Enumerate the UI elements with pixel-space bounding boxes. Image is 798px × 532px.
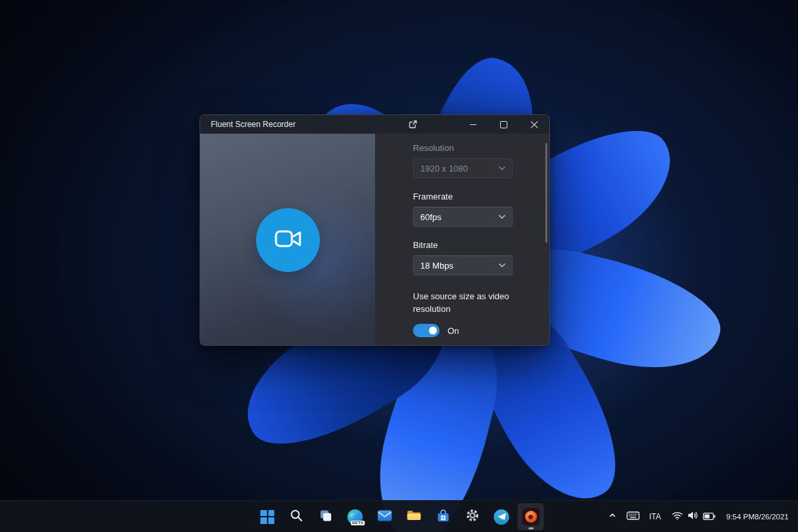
gear-icon xyxy=(465,508,479,525)
folder-icon xyxy=(406,509,421,524)
compact-overlay-icon xyxy=(408,120,418,129)
chevron-down-icon xyxy=(499,166,505,170)
close-icon xyxy=(531,121,538,128)
resolution-label: Resolution xyxy=(413,143,536,153)
chevron-down-icon xyxy=(499,263,505,267)
wifi-icon xyxy=(672,511,683,523)
taskbar: BETA xyxy=(0,500,798,532)
clock-time: 9:54 PM xyxy=(726,512,755,522)
clock-date: 8/26/2021 xyxy=(755,512,789,522)
fluent-screen-recorder-taskbar-button[interactable] xyxy=(518,503,544,530)
edge-browser-icon: BETA xyxy=(348,509,363,525)
framerate-value: 60fps xyxy=(420,212,442,222)
record-button[interactable] xyxy=(256,208,320,272)
maximize-icon xyxy=(500,121,507,128)
clock[interactable]: 9:54 PM 8/26/2021 xyxy=(722,505,794,529)
maximize-button[interactable] xyxy=(488,115,519,134)
scrollbar-thumb[interactable] xyxy=(545,143,547,243)
windows-logo-icon xyxy=(261,510,275,524)
mail-app-button[interactable] xyxy=(372,503,398,530)
toggle-state-label: On xyxy=(448,326,459,336)
source-size-label: Use source size as video resolution xyxy=(413,290,521,315)
source-size-toggle[interactable] xyxy=(413,324,440,337)
desktop: Fluent Screen Recorder xyxy=(0,0,798,532)
minimize-button[interactable] xyxy=(458,115,488,134)
search-button[interactable] xyxy=(284,503,310,530)
chevron-up-icon xyxy=(608,511,617,523)
telegram-button[interactable] xyxy=(489,503,515,530)
toggle-knob xyxy=(429,327,437,334)
search-icon xyxy=(290,509,304,525)
task-view-icon xyxy=(319,509,333,525)
system-tray: ITA xyxy=(604,501,794,532)
settings-button[interactable] xyxy=(460,503,485,530)
bitrate-value: 18 Mbps xyxy=(420,261,454,271)
task-view-button[interactable] xyxy=(313,503,339,530)
compact-overlay-button[interactable] xyxy=(398,115,428,134)
taskbar-center-icons: BETA xyxy=(255,501,544,532)
start-button[interactable] xyxy=(255,503,281,530)
source-size-toggle-row: On xyxy=(413,324,536,337)
framerate-dropdown[interactable]: 60fps xyxy=(413,207,513,227)
screen-recorder-icon xyxy=(522,508,539,525)
settings-scrollbar[interactable] xyxy=(544,138,548,342)
microsoft-store-button[interactable] xyxy=(430,503,456,530)
minimize-icon xyxy=(469,121,477,128)
language-indicator[interactable]: ITA xyxy=(645,505,665,529)
window-title: Fluent Screen Recorder xyxy=(200,120,295,129)
fluent-screen-recorder-window: Fluent Screen Recorder xyxy=(200,114,550,346)
settings-pane: Resolution 1920 x 1080 Framerate 60fps B… xyxy=(375,134,549,346)
keyboard-icon xyxy=(626,511,640,523)
resolution-value: 1920 x 1080 xyxy=(420,164,468,174)
video-camera-icon xyxy=(273,224,303,255)
volume-icon xyxy=(688,511,698,523)
battery-icon xyxy=(703,511,716,523)
quick-settings-button[interactable] xyxy=(666,505,721,529)
edge-browser-button[interactable]: BETA xyxy=(342,503,368,530)
chevron-down-icon xyxy=(499,215,505,219)
store-icon xyxy=(436,509,450,525)
resolution-dropdown: 1920 x 1080 xyxy=(413,158,513,178)
telegram-icon xyxy=(494,509,509,525)
touch-keyboard-button[interactable] xyxy=(622,505,644,529)
framerate-label: Framerate xyxy=(413,192,536,201)
bitrate-label: Bitrate xyxy=(413,240,536,250)
preview-pane xyxy=(200,134,375,346)
edge-beta-badge: BETA xyxy=(351,521,365,525)
bitrate-dropdown[interactable]: 18 Mbps xyxy=(413,255,513,275)
mail-icon xyxy=(377,510,392,524)
close-button[interactable] xyxy=(519,115,549,134)
window-titlebar[interactable]: Fluent Screen Recorder xyxy=(200,115,549,134)
file-explorer-button[interactable] xyxy=(401,503,427,530)
show-hidden-icons-button[interactable] xyxy=(604,505,621,529)
